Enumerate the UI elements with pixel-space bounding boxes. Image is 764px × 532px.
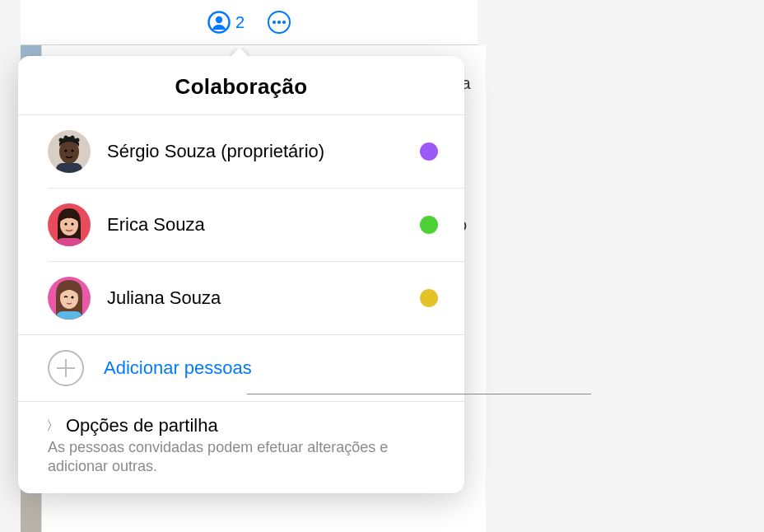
svg-point-1 xyxy=(216,16,222,23)
avatar xyxy=(48,203,91,246)
popover-title: Colaboração xyxy=(18,56,464,115)
participant-row[interactable]: Sérgio Souza (proprietário) xyxy=(48,115,464,189)
add-people-label: Adicionar pessoas xyxy=(104,357,252,379)
popover-arrow xyxy=(230,48,249,58)
participant-row[interactable]: Juliana Souza xyxy=(48,262,464,334)
plus-circle-icon xyxy=(48,350,84,386)
svg-rect-22 xyxy=(56,311,82,320)
status-dot xyxy=(420,142,438,161)
collaboration-button[interactable]: 2 xyxy=(207,11,245,34)
participant-name: Juliana Souza xyxy=(107,287,420,309)
svg-rect-17 xyxy=(56,238,82,246)
participant-row[interactable]: Erica Souza xyxy=(48,189,464,262)
status-dot xyxy=(420,216,438,234)
collaborator-count: 2 xyxy=(235,13,245,32)
add-people-row[interactable]: Adicionar pessoas xyxy=(18,334,464,402)
sharing-options-title: Opções de partilha xyxy=(66,415,218,436)
svg-point-16 xyxy=(71,222,73,225)
svg-point-15 xyxy=(64,222,67,225)
more-button[interactable] xyxy=(268,11,291,34)
svg-point-8 xyxy=(64,136,68,140)
participants-list: Sérgio Souza (proprietário)Erica SouzaJu… xyxy=(18,115,464,334)
ellipsis-icon xyxy=(273,21,286,24)
avatar xyxy=(48,277,91,320)
svg-point-5 xyxy=(64,149,67,152)
toolbar: 2 xyxy=(21,0,478,45)
sharing-options-description: As pessoas convidadas podem efetuar alte… xyxy=(46,438,438,477)
svg-rect-11 xyxy=(56,163,82,173)
participant-name: Erica Souza xyxy=(107,214,420,236)
svg-point-10 xyxy=(76,138,80,142)
avatar xyxy=(48,130,91,173)
status-dot xyxy=(420,289,438,307)
sharing-options-row[interactable]: 〉 Opções de partilha As pessoas convidad… xyxy=(18,402,464,493)
chevron-right-icon: 〉 xyxy=(46,418,59,435)
svg-point-6 xyxy=(71,149,73,152)
callout-line xyxy=(247,394,591,394)
participant-name: Sérgio Souza (proprietário) xyxy=(107,141,420,162)
person-circle-icon xyxy=(207,11,231,34)
collaboration-popover: Colaboração Sérgio Souza (proprietário)E… xyxy=(18,56,464,493)
svg-point-21 xyxy=(71,296,73,298)
svg-point-9 xyxy=(71,136,75,140)
svg-point-7 xyxy=(59,138,63,142)
